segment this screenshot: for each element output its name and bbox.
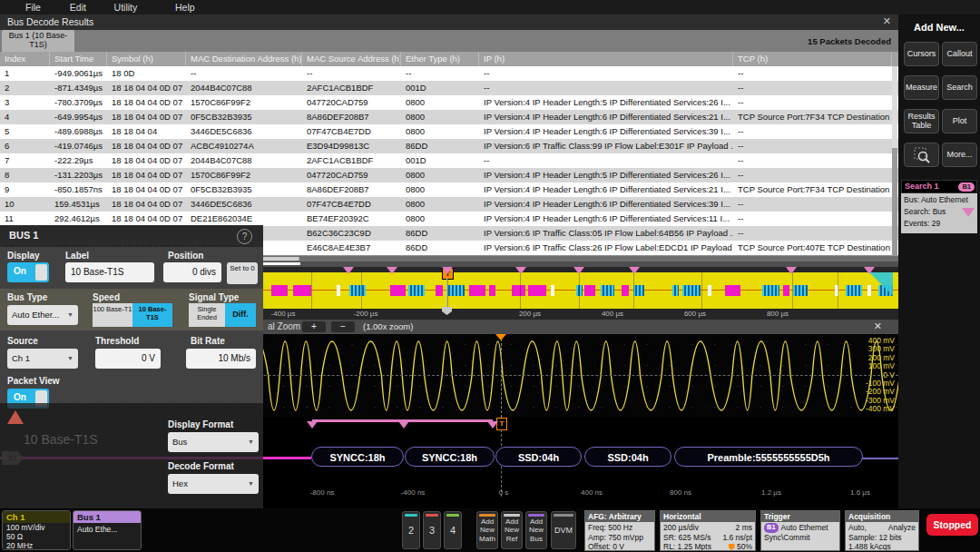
- table-cell: 2AFC1ACB1BDF: [304, 153, 401, 168]
- tab-bus1[interactable]: Bus 1 (10 Base-T1S): [2, 30, 74, 53]
- table-row[interactable]: 11292.4612µs18 18 04 04 0D 07DE21E862034…: [0, 212, 898, 226]
- stopped-button[interactable]: Stopped: [926, 514, 978, 536]
- table-cell: --: [735, 95, 892, 110]
- menu-utility[interactable]: Utility: [114, 2, 138, 13]
- speed-100baset1-button[interactable]: 100 Base-T1: [93, 303, 132, 327]
- bus-type-dropdown[interactable]: Auto Ether... ▼: [7, 305, 78, 325]
- display-toggle[interactable]: On: [7, 262, 49, 282]
- table-row[interactable]: 2-871.4349µs18 18 04 04 0D 072044B4C07C8…: [0, 81, 898, 95]
- table-row[interactable]: 7-222.29µs18 18 04 04 0D 072044B4C07C882…: [0, 153, 898, 168]
- channel-4-button[interactable]: 4: [444, 511, 462, 549]
- column-header[interactable]: IP (h): [481, 52, 733, 66]
- decode-burst: [793, 285, 808, 296]
- column-header[interactable]: TCP (h): [735, 52, 892, 66]
- trigger-panel[interactable]: Trigger B1 Auto Ethernet Sync\Commit: [760, 510, 840, 551]
- table-row[interactable]: 10159.4531µs18 18 04 04 0D 073446DE5C683…: [0, 197, 898, 212]
- time-tick-label: 400 µs: [602, 310, 623, 318]
- bit-rate-field[interactable]: 10 Mb/s: [186, 349, 256, 369]
- add-new-math-button[interactable]: Add New Math: [476, 511, 498, 549]
- trigger-source-badge: B1: [764, 523, 779, 533]
- table-cell: 2044B4C07C88: [188, 153, 302, 168]
- search1-title: Search 1: [905, 182, 939, 191]
- sidebar-button-measure[interactable]: Measure: [904, 75, 939, 100]
- table-row[interactable]: 3-780.3709µs18 18 04 04 0D 071570C86F99F…: [0, 95, 898, 110]
- search1-bus-badge: B1: [958, 182, 975, 192]
- add-new-bus-button[interactable]: Add New Bus: [525, 511, 547, 549]
- sidebar-button-more[interactable]: More...: [942, 143, 977, 167]
- zoom-out-button[interactable]: −: [331, 321, 355, 332]
- table-row[interactable]: 8-131.2203µs18 18 04 04 0D 071570C86F99F…: [0, 168, 898, 182]
- table-row[interactable]: 1-949.9061µs18 0D----------: [0, 66, 898, 81]
- menu-edit[interactable]: Edit: [70, 2, 86, 13]
- search1-result-badge[interactable]: Search 1 B1 Bus: Auto Ethernet Search: B…: [901, 180, 977, 233]
- column-header[interactable]: Index: [2, 52, 50, 66]
- table-cell: -850.1857ns: [52, 182, 107, 197]
- column-header[interactable]: Ether Type (h): [403, 52, 479, 66]
- column-header[interactable]: MAC Destination Address (h): [188, 52, 302, 66]
- trigger-handle[interactable]: [442, 307, 452, 315]
- decode-segment: SYNCC:18h: [405, 447, 495, 467]
- trigger-type: Auto Ethernet: [781, 523, 828, 533]
- horizontal-panel[interactable]: Horizontal 200 µs/div2 msSR: 625 MS/s1.6…: [660, 510, 756, 551]
- signal-single-ended-button[interactable]: Single Ended: [189, 303, 225, 327]
- decode-format-dropdown[interactable]: Hex ▼: [168, 474, 259, 494]
- sidebar-button-plot[interactable]: Plot: [942, 109, 977, 133]
- search-zoom-icon-button[interactable]: [904, 143, 939, 167]
- panel-header[interactable]: BUS 1 ?: [0, 225, 263, 247]
- label-field[interactable]: 10 Base-T1S: [65, 262, 154, 282]
- zoom-close-icon[interactable]: ✕: [874, 320, 882, 332]
- sidebar-button-callout[interactable]: Callout: [942, 42, 977, 66]
- packets-decoded-label: 15 Packets Decoded: [808, 36, 891, 46]
- channel-2-button[interactable]: 2: [402, 511, 420, 549]
- trigger-position: 50%: [729, 542, 752, 551]
- acquisition-panel[interactable]: Acquisition Auto,AnalyzeSample: 12 bits1…: [845, 510, 919, 551]
- close-icon[interactable]: ✕: [883, 15, 891, 27]
- zoom-in-button[interactable]: +: [302, 321, 326, 332]
- display-format-dropdown[interactable]: Bus ▼: [168, 432, 259, 452]
- ch1-badge[interactable]: Ch 1 100 mV/div 50 Ω 20 MHz: [2, 510, 71, 550]
- sidebar-button-search[interactable]: Search: [942, 75, 977, 100]
- signal-diff-button[interactable]: Diff.: [225, 303, 256, 327]
- sidebar-button-results-table[interactable]: Results Table: [904, 109, 939, 133]
- help-icon[interactable]: ?: [237, 229, 252, 244]
- speed-10baset1s-button[interactable]: 10 Base-T1S: [132, 303, 172, 327]
- horizontal-row: 200 µs/div2 ms: [663, 523, 752, 533]
- channel-3-button[interactable]: 3: [423, 511, 441, 549]
- window-title-bar[interactable]: Bus Decode Results ✕: [0, 15, 898, 30]
- column-header[interactable]: Symbol (h): [109, 52, 186, 66]
- table-cell: --: [735, 226, 892, 241]
- column-header[interactable]: MAC Source Address (h): [304, 52, 401, 66]
- position-field[interactable]: 0 divs: [163, 262, 221, 282]
- menu-help[interactable]: Help: [175, 2, 195, 13]
- table-cell: --: [481, 153, 733, 168]
- toggle-knob: [35, 264, 47, 281]
- table-row[interactable]: 6-419.0746µs18 18 04 04 0D 07ACBC4910274…: [0, 139, 898, 153]
- add-new-ref-button[interactable]: Add New Ref: [501, 511, 523, 549]
- bus1-type: Auto Ethe...: [74, 525, 141, 534]
- table-row[interactable]: 5-489.6988µs18 18 04 043446DE5C683607F47…: [0, 124, 898, 139]
- trigger-position-icon[interactable]: [495, 334, 506, 340]
- decode-burst: [337, 285, 340, 296]
- bus1-badge[interactable]: Bus 1 Auto Ethe...: [73, 510, 142, 550]
- table-cell: IP Version:6 IP Traffic Class:99 IP Flow…: [481, 139, 733, 153]
- set-to-zero-button[interactable]: Set to 0: [227, 262, 258, 284]
- horizontal-value: 1.6 ns/pt: [722, 533, 752, 543]
- search-event-icon: [786, 267, 797, 274]
- table-cell: -419.0746µs: [52, 139, 107, 153]
- threshold-field[interactable]: 0 V: [95, 349, 161, 369]
- sidebar-button-cursors[interactable]: Cursors: [904, 42, 939, 66]
- table-cell: DE21E862034E: [188, 212, 302, 226]
- decode-burst: [349, 285, 366, 296]
- dvm-button[interactable]: DVM: [551, 511, 576, 549]
- decode-burst: [846, 285, 862, 296]
- table-row[interactable]: 9-850.1857ns18 18 04 04 0D 070F5CB32B393…: [0, 182, 898, 197]
- vertical-scrollbar[interactable]: [892, 66, 897, 256]
- source-dropdown[interactable]: Ch 1 ▼: [7, 349, 78, 369]
- trigger-title: Trigger: [761, 511, 839, 522]
- column-header[interactable]: Start Time: [52, 52, 107, 66]
- display-format-value: Bus: [172, 437, 187, 447]
- afg-panel[interactable]: AFG: Arbitrary Freq: 500 Hz Amp: 750 mVp…: [584, 510, 655, 551]
- menu-file[interactable]: File: [25, 2, 41, 13]
- table-cell: 8: [2, 168, 50, 182]
- table-row[interactable]: 4-649.9954µs18 18 04 04 0D 070F5CB32B393…: [0, 110, 898, 124]
